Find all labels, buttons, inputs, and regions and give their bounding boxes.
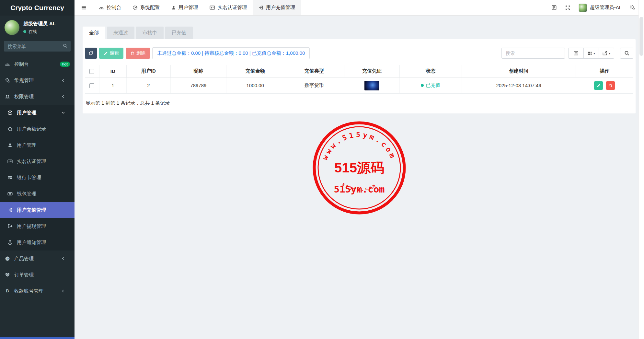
header-proof[interactable]: 充值凭证 <box>344 65 400 77</box>
cell-type: 数字货币 <box>284 77 344 94</box>
select-all-checkbox[interactable] <box>89 69 94 74</box>
edit-button[interactable]: 编辑 <box>99 48 123 59</box>
gear-icon <box>133 5 138 10</box>
header-actions: 操作 <box>576 65 633 77</box>
table-header-row: ID 用户ID 昵称 充值金额 充值类型 充值凭证 状态 创建时间 操作 <box>85 65 633 77</box>
scrollbar-thumb[interactable] <box>639 17 643 56</box>
sidebar-item-user-list[interactable]: 用户管理 <box>0 137 75 153</box>
pencil-icon <box>104 51 108 55</box>
anchor-icon <box>7 240 13 245</box>
app-logo[interactable]: Crypto Currency <box>0 0 75 16</box>
watermark-stamp: www.515ym.com 515源码 515ym.com 515ym.com <box>312 121 407 215</box>
nav-tab-user-management[interactable]: 用户管理 <box>166 0 204 15</box>
language-icon[interactable] <box>547 5 561 10</box>
watermark-bottom-text: 515ym.com <box>341 182 377 192</box>
user-circle-icon <box>7 110 13 115</box>
filter-tab-recharged[interactable]: 已充值 <box>165 27 193 39</box>
cell-amount: 1000.00 <box>226 77 284 94</box>
user-icon <box>7 143 13 147</box>
sidebar-item-payment-accounts[interactable]: B 收款账号管理 <box>0 283 75 299</box>
sidebar: Crypto Currency 超级管理员-AL 在线 控制台 hot 常规管理… <box>0 0 75 339</box>
filter-tab-pending[interactable]: 审核中 <box>136 27 164 39</box>
filter-tabs: 全部 未通过 审核中 已充值 <box>83 27 636 39</box>
sidebar-item-permissions[interactable]: 权限管理 <box>0 88 75 105</box>
sidebar-item-products[interactable]: P 产品管理 <box>0 251 75 267</box>
header-amount[interactable]: 充值金额 <box>226 65 284 77</box>
sidebar-scroll-indicator <box>0 337 75 339</box>
header-status[interactable]: 状态 <box>400 65 462 77</box>
sidebar-item-orders[interactable]: 订单管理 <box>0 267 75 283</box>
row-delete-button[interactable] <box>606 81 615 90</box>
table-toolbar: 编辑 删除 未通过总金额：0.00 | 待审核总金额：0.00 | 已充值总金额… <box>85 47 633 59</box>
svg-text:515ym.com: 515ym.com <box>341 182 377 192</box>
refresh-button[interactable] <box>85 48 97 59</box>
recharge-proof-image[interactable] <box>364 81 379 90</box>
detail-view-button[interactable] <box>568 48 584 59</box>
header-user-id[interactable]: 用户ID <box>127 65 170 77</box>
sidebar-item-bank-cards[interactable]: 银行卡管理 <box>0 170 75 186</box>
search-button[interactable] <box>620 48 633 59</box>
caret-down-icon: ▾ <box>593 52 595 55</box>
dashboard-icon <box>5 62 10 67</box>
sidebar-item-kyc[interactable]: 实名认证管理 <box>0 153 75 170</box>
chevron-left-icon <box>60 289 66 293</box>
watermark-top-text: www.515ym.com <box>321 131 397 161</box>
bitcoin-icon: B <box>5 288 10 294</box>
sidebar-item-dashboard[interactable]: 控制台 hot <box>0 56 75 72</box>
sign-in-icon <box>7 207 13 213</box>
table-panel: 编辑 删除 未通过总金额：0.00 | 待审核总金额：0.00 | 已充值总金额… <box>83 39 636 113</box>
header-type[interactable]: 充值类型 <box>284 65 344 77</box>
settings-gears-icon[interactable] <box>626 5 639 10</box>
sidebar-toggle-icon[interactable] <box>75 0 93 15</box>
table-view-button-group: ▾ ▾ <box>568 48 614 59</box>
table-search-input[interactable] <box>501 48 565 59</box>
nav-tab-recharge[interactable]: 用户充值管理 <box>253 0 301 15</box>
sidebar-item-recharge[interactable]: 用户充值管理 <box>0 202 75 218</box>
navbar-user-menu[interactable]: 超级管理员-AL <box>575 4 626 12</box>
header-nickname[interactable]: 昵称 <box>170 65 226 77</box>
user-icon <box>171 6 176 10</box>
scrollbar[interactable] <box>638 0 644 339</box>
nav-tab-dashboard[interactable]: 控制台 <box>93 0 127 15</box>
header-created[interactable]: 创建时间 <box>462 65 576 77</box>
refresh-icon <box>88 51 93 56</box>
row-checkbox[interactable] <box>89 83 94 88</box>
sidebar-item-general[interactable]: 常规管理 <box>0 72 75 88</box>
circle-o-icon <box>7 127 13 132</box>
amount-summary: 未通过总金额：0.00 | 待审核总金额：0.00 | 已充值总金额：1,000… <box>152 47 310 59</box>
heartbeat-icon <box>5 272 10 277</box>
sidebar-item-user-management[interactable]: 用户管理 <box>0 105 75 121</box>
status-badge: 已充值 <box>421 82 440 88</box>
nav-tab-kyc[interactable]: 实名认证管理 <box>204 0 253 15</box>
id-card-icon <box>210 5 215 10</box>
sidebar-search-input[interactable] <box>4 41 71 52</box>
nav-tab-system-config[interactable]: 系统配置 <box>127 0 166 15</box>
avatar <box>579 4 587 12</box>
sidebar-submenu-users: 用户管理 用户余额记录 用户管理 实名认证管理 银行卡管理 钱包管理 <box>0 105 75 251</box>
cell-created-at: 2025-12-03 14:07:49 <box>462 77 576 94</box>
search-icon[interactable] <box>63 43 67 48</box>
export-icon <box>602 51 607 56</box>
grid-columns-icon <box>587 51 592 56</box>
sidebar-item-withdraw[interactable]: 用户提现管理 <box>0 218 75 234</box>
search-icon <box>624 51 629 56</box>
money-icon <box>7 191 13 196</box>
product-icon: P <box>5 256 10 261</box>
sidebar-search <box>4 41 71 52</box>
sidebar-item-balance-log[interactable]: 用户余额记录 <box>0 121 75 137</box>
caret-down-icon: ▾ <box>609 52 610 55</box>
header-id[interactable]: ID <box>99 65 127 77</box>
filter-tab-all[interactable]: 全部 <box>83 27 105 39</box>
cogs-icon <box>5 78 10 83</box>
sidebar-item-notifications[interactable]: 用户通知管理 <box>0 234 75 251</box>
filter-tab-rejected[interactable]: 未通过 <box>107 27 134 39</box>
watermark-center-text: 515源码 <box>334 160 384 175</box>
export-button[interactable]: ▾ <box>599 48 614 59</box>
columns-button[interactable]: ▾ <box>583 48 599 59</box>
fullscreen-icon[interactable] <box>561 5 575 10</box>
sidebar-item-wallets[interactable]: 钱包管理 <box>0 186 75 202</box>
row-edit-button[interactable] <box>594 81 603 90</box>
svg-text:B: B <box>6 289 9 293</box>
sidebar-user-panel: 超级管理员-AL 在线 <box>0 16 75 38</box>
delete-button[interactable]: 删除 <box>126 48 150 59</box>
